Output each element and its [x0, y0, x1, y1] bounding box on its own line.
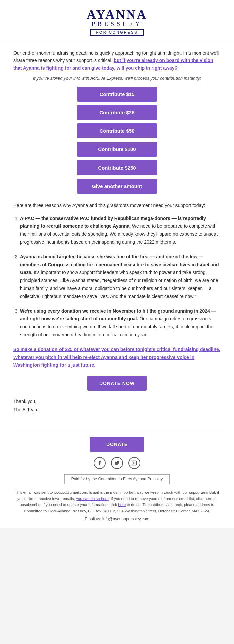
body-content: Our end-of-month fundraising deadline is…: [0, 41, 234, 430]
give-another-button[interactable]: Give another amount: [77, 179, 157, 194]
logo-ayanna: AYANNA: [13, 8, 221, 21]
header: AYANNA PRESSLEY FOR CONGRESS: [0, 0, 234, 41]
update-info-link[interactable]: here: [118, 503, 126, 507]
sign-off: Thank you, The A-Team: [13, 397, 221, 414]
logo-pressley: PRESSLEY: [13, 21, 221, 28]
actblue-note: If you've stored your info with ActBlue …: [13, 76, 221, 81]
donate-now-wrap: DONATE NOW: [13, 376, 221, 391]
reasons-intro: Here are three reasons why Ayanna and th…: [13, 202, 221, 209]
contribute-25-button[interactable]: Contribute $25: [77, 105, 157, 120]
intro-paragraph: Our end-of-month fundraising deadline is…: [13, 49, 221, 72]
list-item: We're using every donation we receive in…: [20, 307, 221, 339]
footer: DONATE Paid for by the Committee to Elec…: [0, 430, 234, 528]
paid-for-box: Paid for by the Committee to Elect Ayann…: [13, 474, 221, 489]
paid-for-text: Paid for by the Committee to Elect Ayann…: [64, 474, 170, 484]
contribute-50-button[interactable]: Contribute $50: [77, 123, 157, 138]
cta-link[interactable]: So make a donation of $25 or whatever yo…: [13, 346, 221, 369]
sign-off-line1: Thank you,: [13, 397, 221, 406]
footer-legal: This email was sent to xxxxxx@gmail.com.…: [13, 489, 221, 514]
fewer-emails-link[interactable]: you can do so here: [76, 497, 109, 501]
facebook-icon[interactable]: [94, 457, 106, 469]
svg-rect-0: [132, 461, 136, 465]
donate-now-button[interactable]: DONATE NOW: [87, 376, 147, 391]
footer-donate-button[interactable]: DONATE: [90, 437, 144, 452]
instagram-icon[interactable]: [128, 457, 140, 469]
twitter-icon[interactable]: [111, 457, 123, 469]
contribute-15-button[interactable]: Contribute $15: [77, 87, 157, 102]
reasons-list: AIPAC — the conservative PAC funded by R…: [13, 215, 221, 339]
reason-2-normal: It's important to show support for leade…: [20, 270, 218, 299]
list-item: Ayanna is being targeted because she was…: [20, 253, 221, 301]
footer-email: Email us: info@ayannapressley.com: [13, 517, 221, 521]
list-item: AIPAC — the conservative PAC funded by R…: [20, 215, 221, 246]
sign-off-line2: The A-Team: [13, 406, 221, 414]
contribute-250-button[interactable]: Contribute $250: [77, 160, 157, 175]
contribute-100-button[interactable]: Contribute $100: [77, 142, 157, 157]
donate-buttons-group: Contribute $15 Contribute $25 Contribute…: [13, 87, 221, 194]
email-container: AYANNA PRESSLEY FOR CONGRESS Our end-of-…: [0, 0, 234, 528]
social-icons-group: [13, 457, 221, 469]
logo-congress: FOR CONGRESS: [90, 29, 144, 36]
